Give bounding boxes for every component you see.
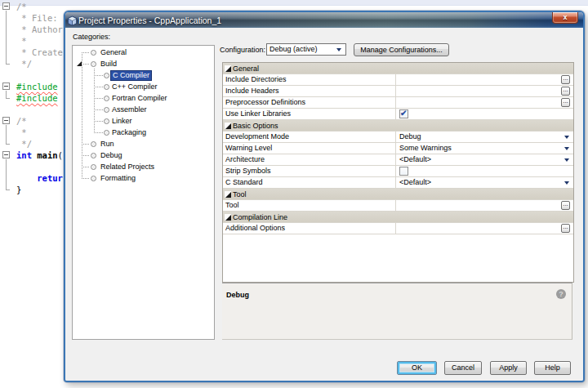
checkbox-checked[interactable]: ✔ bbox=[399, 109, 408, 118]
property-value-cell[interactable]: Some Warnings bbox=[397, 143, 573, 154]
tree-item-c-compiler[interactable]: C++ Compiler bbox=[73, 81, 214, 92]
tree-item-label[interactable]: Linker bbox=[110, 117, 134, 127]
help-icon[interactable]: ? bbox=[556, 289, 566, 299]
fold-collapse-icon[interactable] bbox=[2, 151, 10, 158]
code-token: #include bbox=[16, 93, 58, 103]
property-value-cell[interactable] bbox=[397, 166, 573, 176]
tree-item-fortran-compiler[interactable]: Fortran Compiler bbox=[73, 92, 214, 104]
fold-guide-line bbox=[6, 125, 7, 144]
ellipsis-button[interactable]: ... bbox=[561, 98, 570, 107]
fold-collapse-icon[interactable] bbox=[2, 2, 10, 10]
dialog-titlebar[interactable]: Project Properties - CppApplication_1 x bbox=[65, 12, 583, 28]
tree-item-label[interactable]: Fortran Compiler bbox=[110, 94, 169, 104]
property-name-cell: Use Linker Libraries bbox=[223, 109, 396, 119]
tree-item-debug[interactable]: Debug bbox=[73, 149, 214, 161]
code-line: /* bbox=[16, 1, 27, 12]
property-name-cell: Include Directories bbox=[223, 74, 396, 85]
tree-connector-line bbox=[82, 144, 90, 145]
tree-item-label[interactable]: C++ Compiler bbox=[110, 83, 159, 92]
fold-guide-line bbox=[6, 91, 7, 98]
tree-item-label[interactable]: Related Projects bbox=[99, 163, 156, 172]
property-value-cell[interactable]: ... bbox=[397, 86, 573, 96]
sheet-section-header[interactable]: Tool bbox=[223, 189, 573, 200]
sheet-section-header[interactable]: Basic Options bbox=[223, 120, 573, 132]
ellipsis-button[interactable]: ... bbox=[561, 201, 570, 210]
property-value-cell[interactable]: ... bbox=[397, 74, 573, 85]
tree-item-c-compiler[interactable]: C Compiler bbox=[73, 69, 214, 81]
dialog-title: Project Properties - CppApplication_1 bbox=[78, 16, 221, 26]
project-properties-dialog: Project Properties - CppApplication_1 x … bbox=[64, 11, 585, 382]
code-token: */ bbox=[16, 139, 32, 149]
tree-connector-line bbox=[94, 75, 103, 76]
chevron-down-icon[interactable] bbox=[564, 147, 569, 150]
code-token: * bbox=[16, 36, 27, 46]
chevron-down-icon[interactable] bbox=[564, 181, 569, 185]
tree-item-label[interactable]: Packaging bbox=[110, 128, 148, 138]
property-value-cell[interactable]: <Default> bbox=[397, 154, 573, 165]
property-value-text: <Default> bbox=[399, 154, 431, 165]
property-sheet: GeneralInclude Directories...Include Hea… bbox=[222, 62, 574, 283]
ellipsis-button[interactable]: ... bbox=[561, 224, 570, 233]
section-expanded-icon[interactable] bbox=[225, 65, 231, 72]
tree-expanded-icon[interactable] bbox=[77, 61, 82, 66]
sheet-section-header[interactable]: General bbox=[223, 63, 573, 74]
property-value-cell[interactable]: <Default> bbox=[397, 177, 573, 188]
property-value-cell[interactable]: Debug bbox=[397, 132, 573, 142]
tree-item-related-projects[interactable]: Related Projects bbox=[73, 161, 214, 172]
property-value-cell[interactable]: ... bbox=[397, 97, 573, 108]
section-expanded-icon[interactable] bbox=[225, 123, 231, 129]
tree-item-label[interactable]: Debug bbox=[99, 151, 124, 161]
property-value-cell[interactable]: ... bbox=[397, 223, 573, 234]
section-header-label: Basic Options bbox=[233, 122, 278, 130]
sheet-section-header[interactable]: Compilation Line bbox=[223, 212, 573, 223]
tree-item-formatting[interactable]: Formatting bbox=[73, 172, 214, 184]
property-name-cell: Warning Level bbox=[223, 143, 396, 154]
cancel-button[interactable]: Cancel bbox=[444, 361, 482, 375]
manage-configurations-button[interactable]: Manage Configurations... bbox=[354, 43, 449, 56]
apply-button[interactable]: Apply bbox=[490, 361, 527, 375]
checkbox-unchecked[interactable] bbox=[399, 167, 408, 176]
chevron-down-icon[interactable] bbox=[564, 158, 569, 162]
tree-item-label[interactable]: Run bbox=[99, 140, 116, 149]
ellipsis-button[interactable]: ... bbox=[561, 75, 570, 84]
tree-item-linker[interactable]: Linker bbox=[73, 115, 214, 127]
code-token: #include bbox=[16, 82, 58, 91]
section-expanded-icon[interactable] bbox=[225, 191, 231, 198]
property-value-text: Debug bbox=[399, 132, 421, 142]
property-name-cell: Preprocessor Definitions bbox=[223, 97, 396, 108]
configuration-select[interactable]: Debug (active) bbox=[266, 43, 346, 56]
tree-item-label[interactable]: General bbox=[99, 48, 128, 58]
fold-collapse-icon[interactable] bbox=[2, 83, 10, 90]
property-value-cell[interactable]: ✔ bbox=[397, 109, 573, 119]
sheet-property-row: Tool... bbox=[223, 200, 573, 212]
chevron-down-icon[interactable] bbox=[564, 136, 569, 139]
category-node-icon bbox=[104, 84, 109, 90]
tree-connector-line bbox=[94, 87, 103, 87]
tree-connector-line bbox=[82, 52, 90, 53]
tree-item-general[interactable]: General bbox=[73, 47, 214, 58]
help-button[interactable]: Help bbox=[534, 361, 571, 375]
description-panel: Debug ? bbox=[222, 283, 572, 340]
property-value-cell[interactable]: ... bbox=[397, 200, 573, 211]
tree-item-build[interactable]: Build bbox=[73, 58, 214, 69]
code-token: */ bbox=[16, 59, 32, 69]
tree-item-label[interactable]: Assembler bbox=[110, 105, 149, 115]
tree-connector-line bbox=[82, 167, 90, 167]
tree-item-packaging[interactable]: Packaging bbox=[73, 127, 214, 138]
fold-collapse-icon[interactable] bbox=[2, 117, 10, 124]
tree-item-run[interactable]: Run bbox=[73, 138, 214, 149]
tree-item-label[interactable]: C Compiler bbox=[110, 70, 152, 81]
section-expanded-icon[interactable] bbox=[225, 214, 231, 221]
ok-button[interactable]: OK bbox=[397, 361, 437, 375]
property-name-cell: Additional Options bbox=[223, 223, 396, 234]
code-line: * File: bbox=[16, 12, 58, 24]
code-token: * File: bbox=[16, 13, 58, 23]
tree-item-label[interactable]: Formatting bbox=[99, 174, 137, 184]
ellipsis-button[interactable]: ... bbox=[561, 87, 570, 96]
category-node-icon bbox=[91, 153, 96, 158]
tree-item-assembler[interactable]: Assembler bbox=[73, 104, 214, 115]
close-button[interactable]: x bbox=[552, 12, 578, 24]
sheet-property-row: Additional Options... bbox=[223, 223, 573, 234]
category-node-icon bbox=[104, 130, 109, 136]
tree-item-label[interactable]: Build bbox=[99, 60, 118, 69]
